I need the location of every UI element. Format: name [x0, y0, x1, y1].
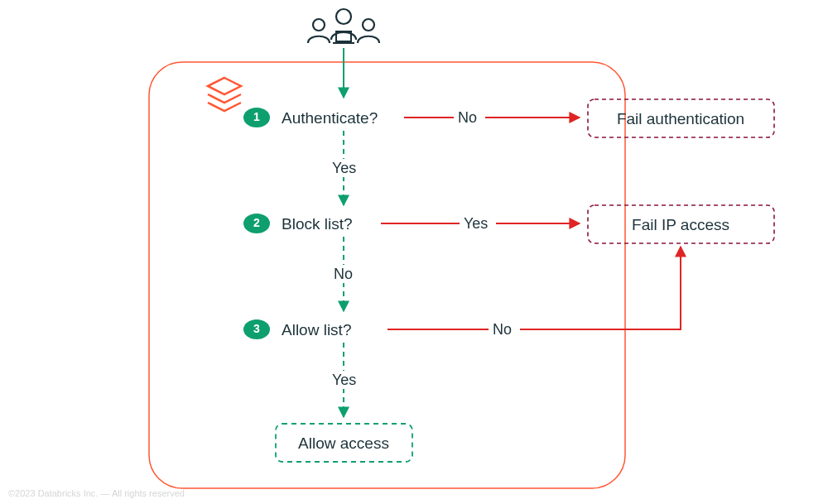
flowchart-diagram: 1 Authenticate? No Fail authentication Y…: [0, 0, 828, 504]
step-1-label: Authenticate?: [282, 109, 378, 127]
step-3-number: 3: [253, 322, 260, 335]
step-1: 1 Authenticate?: [243, 108, 378, 127]
svg-point-0: [336, 9, 351, 24]
svg-point-3: [313, 19, 325, 31]
step-3-label: Allow list?: [282, 321, 351, 338]
copyright-text: ©2023 Databricks Inc. — All rights reser…: [8, 488, 185, 498]
users-group-icon: [308, 9, 379, 43]
fail-ip-text: Fail IP access: [632, 216, 729, 233]
step-2-number: 2: [253, 216, 260, 229]
layers-icon: [208, 78, 241, 111]
svg-point-4: [363, 19, 374, 31]
step-3: 3 Allow list?: [243, 319, 351, 339]
edge-auth-yes: Yes: [332, 160, 356, 176]
step-1-number: 1: [253, 110, 260, 123]
step-2: 2 Block list?: [243, 214, 353, 233]
step-2-label: Block list?: [282, 215, 353, 233]
allow-text: Allow access: [298, 434, 389, 452]
edge-block-yes: Yes: [464, 215, 488, 232]
edge-allow-yes: Yes: [332, 372, 356, 388]
arrow-allow-no: [388, 247, 681, 329]
fail-auth-text: Fail authentication: [617, 110, 744, 127]
edge-block-no: No: [334, 266, 353, 282]
edge-allow-no: No: [493, 321, 512, 338]
edge-auth-no: No: [458, 109, 477, 126]
